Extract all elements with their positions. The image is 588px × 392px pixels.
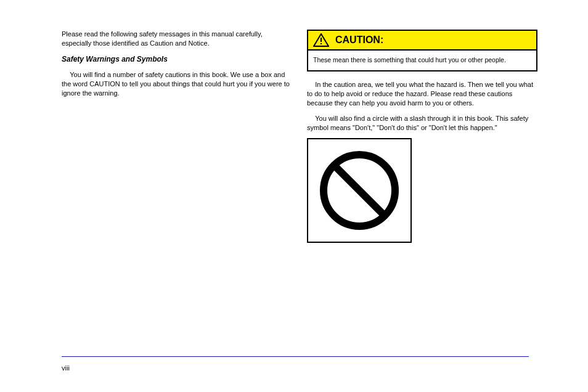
caution-body-text: These mean there is something that could…	[308, 51, 536, 70]
no-symbol-box	[307, 138, 412, 243]
page-number: viii	[62, 364, 70, 373]
right-column: CAUTION: These mean there is something t…	[307, 30, 537, 249]
section-heading-safety: Safety Warnings and Symbols	[62, 54, 292, 64]
left-column: Please read the following safety message…	[62, 30, 292, 249]
caution-followup-2: You will also find a circle with a slash…	[307, 114, 537, 133]
svg-line-4	[334, 165, 385, 216]
warning-triangle-icon	[313, 33, 329, 47]
footer-rule	[62, 356, 529, 357]
caution-box: CAUTION: These mean there is something t…	[307, 30, 537, 71]
svg-rect-1	[321, 38, 322, 42]
intro-paragraph: Please read the following safety message…	[62, 30, 292, 48]
caution-header: CAUTION:	[308, 31, 536, 51]
caution-followup-1: In the caution area, we tell you what th…	[307, 80, 537, 108]
svg-rect-2	[321, 43, 322, 44]
no-symbol-icon	[316, 147, 402, 234]
caution-header-text: CAUTION:	[335, 33, 383, 47]
safety-paragraph: You will find a number of safety caution…	[62, 70, 292, 98]
